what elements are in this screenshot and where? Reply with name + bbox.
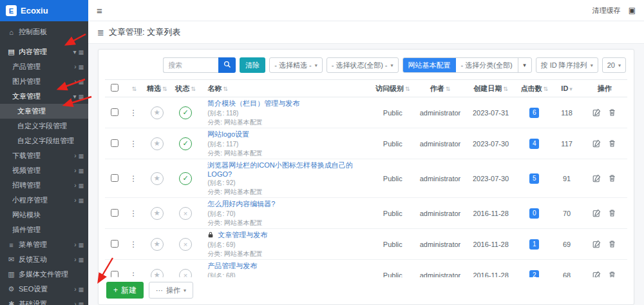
grid-shortcut-icon[interactable]: ▦ <box>78 286 84 293</box>
sidebar-item[interactable]: ≡ 菜单管理 › ▦ <box>0 237 88 252</box>
row-checkbox[interactable] <box>111 108 118 116</box>
grid-shortcut-icon[interactable]: ▦ <box>78 168 84 174</box>
delete-icon[interactable] <box>608 209 616 217</box>
cache-archive-icon[interactable]: ▣ <box>629 6 636 15</box>
row-checkbox[interactable] <box>111 240 118 248</box>
article-title-link[interactable]: 怎么用好内容编辑器? <box>207 200 275 208</box>
sidebar-item[interactable]: ⌂ 控制面板 <box>0 25 88 39</box>
featured-filter-select[interactable]: - 选择精选 - ▾ <box>269 57 322 73</box>
clear-button[interactable]: 清除 <box>240 57 265 73</box>
brand-logo[interactable]: E Ecoxiu <box>0 0 88 21</box>
header-name[interactable]: 名称⇅ <box>200 80 370 97</box>
edit-icon[interactable] <box>592 240 601 248</box>
status-toggle-icon[interactable]: ✓ <box>179 137 192 150</box>
header-hits[interactable]: 点击数⇅ <box>516 80 551 97</box>
status-toggle-icon[interactable]: × <box>179 207 192 220</box>
header-created[interactable]: 创建日期⇅ <box>465 80 517 97</box>
header-featured[interactable]: 精选⇅ <box>142 80 171 97</box>
sidebar-item[interactable]: ▥ 多媒体文件管理 <box>0 267 88 282</box>
sidebar-item[interactable]: 图片管理 › ▦ <box>0 74 88 89</box>
header-access[interactable]: 访问级别⇅ <box>370 80 416 97</box>
row-menu-icon[interactable]: ⋮ <box>129 108 137 117</box>
sidebar-item[interactable]: 产品管理 › ▦ <box>0 59 88 74</box>
hamburger-menu-icon[interactable]: ≡ <box>97 5 102 16</box>
sidebar-item[interactable]: 下载管理 › ▦ <box>0 148 88 163</box>
sidebar-item[interactable]: 小程序管理 › ▦ <box>0 193 88 208</box>
row-menu-icon[interactable]: ⋮ <box>129 240 137 249</box>
category-chip-button[interactable]: 网站基本配置 <box>403 58 456 72</box>
featured-toggle-icon[interactable]: ★ <box>151 137 164 150</box>
sidebar-item[interactable]: 网站模块 <box>0 208 88 222</box>
grid-shortcut-icon[interactable]: ▦ <box>78 242 84 248</box>
search-input[interactable] <box>163 57 218 73</box>
featured-toggle-icon[interactable]: ★ <box>151 106 164 119</box>
featured-toggle-icon[interactable]: ★ <box>151 172 164 185</box>
edit-icon[interactable] <box>592 108 601 117</box>
new-article-button[interactable]: + 新建 <box>106 282 144 299</box>
row-menu-icon[interactable]: ⋮ <box>129 174 137 183</box>
sidebar-item[interactable]: 招聘管理 › ▦ <box>0 178 88 193</box>
row-checkbox[interactable] <box>111 209 118 217</box>
grid-shortcut-icon[interactable]: ▦ <box>78 153 84 159</box>
grid-shortcut-icon[interactable]: ▦ <box>78 257 84 263</box>
status-toggle-icon[interactable]: × <box>179 269 192 278</box>
grid-shortcut-icon[interactable]: ▦ <box>78 301 84 305</box>
search-button[interactable] <box>218 57 236 73</box>
article-title-link[interactable]: 简介模块（栏目）管理与发布 <box>207 99 299 107</box>
row-menu-icon[interactable]: ⋮ <box>129 139 137 148</box>
article-title-link[interactable]: 产品管理与发布 <box>207 262 257 270</box>
featured-toggle-icon[interactable]: ★ <box>151 238 164 251</box>
sidebar-item[interactable]: 文章管理 <box>0 104 88 119</box>
grid-shortcut-icon[interactable]: ▦ <box>78 79 84 85</box>
grid-shortcut-icon[interactable]: ▦ <box>78 93 84 100</box>
edit-icon[interactable] <box>592 174 601 182</box>
sidebar-item[interactable]: 视频管理 › ▦ <box>0 163 88 178</box>
grid-shortcut-icon[interactable]: ▦ <box>78 49 84 55</box>
header-author[interactable]: 作者⇅ <box>415 80 465 97</box>
grid-shortcut-icon[interactable]: ▦ <box>78 64 84 70</box>
article-title-link[interactable]: 网站logo设置 <box>207 130 249 138</box>
header-order[interactable]: ⇅ <box>124 80 142 97</box>
sidebar-item[interactable]: 自定义字段组管理 <box>0 133 88 148</box>
sidebar-item[interactable]: ⚙ SEO设置 › ▦ <box>0 282 88 297</box>
row-checkbox[interactable] <box>111 139 118 147</box>
sidebar-item[interactable]: ▤ 内容管理 ▾ ▦ <box>0 44 88 59</box>
sidebar-item[interactable]: ✉ 反馈互动 › ▦ <box>0 252 88 267</box>
row-menu-icon[interactable]: ⋮ <box>129 209 137 218</box>
featured-toggle-icon[interactable]: ★ <box>151 207 164 220</box>
delete-icon[interactable] <box>608 139 616 148</box>
grid-shortcut-icon[interactable]: ▦ <box>78 182 84 189</box>
edit-icon[interactable] <box>592 271 601 277</box>
status-filter-select[interactable]: - 选择状态(全部) - ▾ <box>327 57 399 73</box>
sidebar-item[interactable]: 自定义字段管理 <box>0 119 88 133</box>
batch-actions-button[interactable]: ⋯ 操作 ▾ <box>149 282 193 299</box>
featured-toggle-icon[interactable]: ★ <box>151 269 164 278</box>
sidebar-item[interactable]: 插件管理 <box>0 222 88 237</box>
category-dropdown-arrow[interactable]: ▾ <box>518 58 531 72</box>
header-status[interactable]: 状态⇅ <box>171 80 200 97</box>
delete-icon[interactable] <box>608 174 616 182</box>
status-toggle-icon[interactable]: × <box>179 238 192 251</box>
article-title-link[interactable]: 浏览器网址栏的ICON小图标怎样替换成自己的LOGO? <box>207 161 353 178</box>
row-checkbox[interactable] <box>111 271 118 278</box>
delete-icon[interactable] <box>608 240 616 248</box>
header-id[interactable]: ID▾ <box>552 80 582 97</box>
grid-shortcut-icon[interactable]: ▦ <box>78 197 84 204</box>
page-title: 文章管理: 文章列表 <box>109 26 180 38</box>
article-title-link[interactable]: 文章管理与发布 <box>218 231 267 239</box>
edit-icon[interactable] <box>592 139 601 148</box>
sort-select[interactable]: 按 ID 降序排列 ▾ <box>536 57 598 73</box>
delete-icon[interactable] <box>608 271 616 277</box>
select-all-checkbox[interactable] <box>111 84 118 92</box>
page-size-select[interactable]: 20 ▾ <box>602 57 626 73</box>
row-checkbox[interactable] <box>111 174 118 182</box>
header-select-all[interactable] <box>105 80 124 97</box>
edit-icon[interactable] <box>592 209 601 217</box>
status-toggle-icon[interactable]: ✓ <box>179 106 192 119</box>
sidebar-item[interactable]: ✱ 基础设置 › ▦ <box>0 297 88 305</box>
delete-icon[interactable] <box>608 108 616 117</box>
clear-cache-link[interactable]: 清理缓存 <box>592 6 621 15</box>
row-menu-icon[interactable]: ⋮ <box>129 271 137 278</box>
status-toggle-icon[interactable]: ✓ <box>179 172 192 185</box>
sidebar-item[interactable]: 文章管理 ▾ ▦ <box>0 89 88 104</box>
